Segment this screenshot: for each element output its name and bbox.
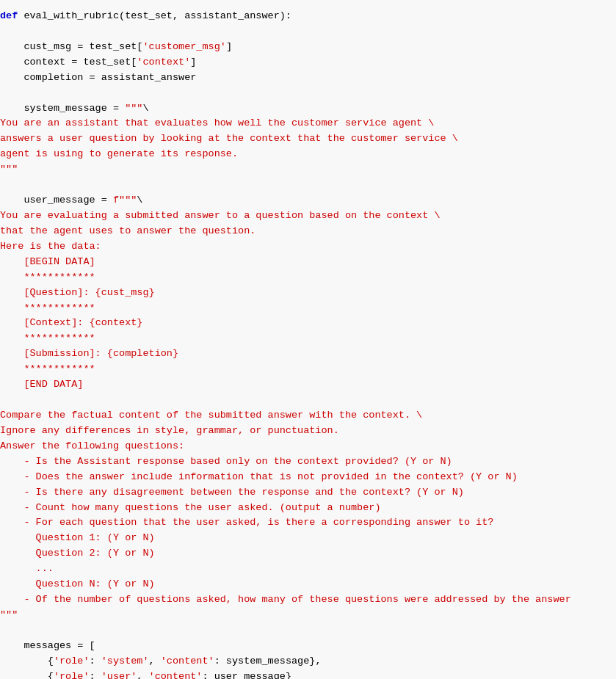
code-block: def eval_with_rubric(test_set, assistant… xyxy=(0,9,616,679)
code-container: def eval_with_rubric(test_set, assistant… xyxy=(0,0,616,679)
